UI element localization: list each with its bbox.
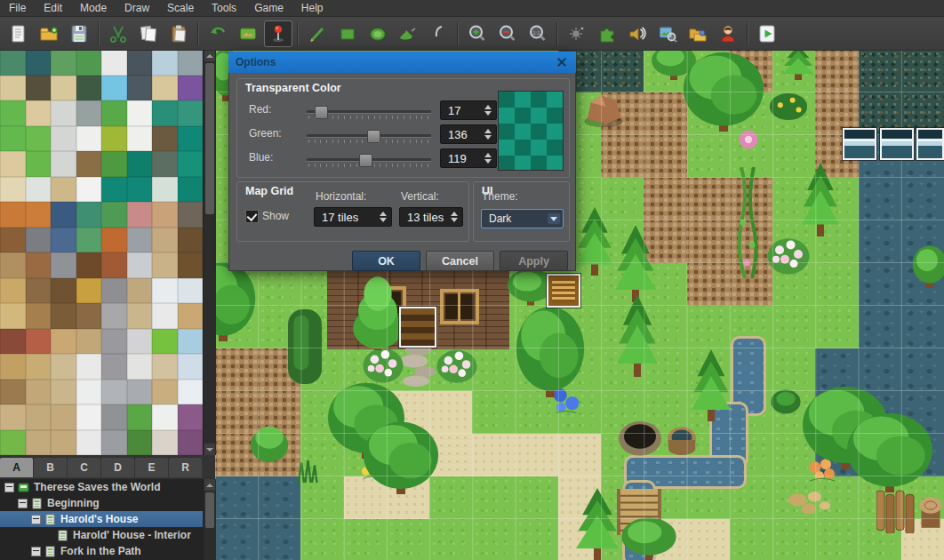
menu-file[interactable]: File	[0, 0, 35, 16]
palette-tile[interactable]	[51, 202, 76, 228]
blue-value-spinner[interactable]: 119	[440, 148, 497, 168]
palette-tile[interactable]	[26, 228, 52, 253]
palette-tile[interactable]	[26, 177, 52, 203]
palette-tile[interactable]	[0, 329, 26, 355]
palette-tab-e[interactable]: E	[135, 458, 168, 477]
apply-button[interactable]: Apply	[500, 251, 568, 271]
tree-item-beginning[interactable]: Beginning	[0, 495, 203, 511]
copy-button[interactable]	[134, 20, 163, 47]
palette-tile[interactable]	[0, 177, 26, 203]
palette-tab-d[interactable]: D	[101, 458, 134, 477]
palette-tile[interactable]	[51, 50, 76, 76]
menu-draw[interactable]: Draw	[116, 0, 158, 16]
zoom-out-button[interactable]	[493, 20, 522, 47]
palette-tile[interactable]	[152, 228, 178, 253]
menu-edit[interactable]: Edit	[35, 0, 71, 16]
palette-tile[interactable]	[178, 354, 204, 380]
zoom-in-button[interactable]	[463, 20, 492, 47]
palette-tile[interactable]	[127, 404, 153, 430]
palette-tile[interactable]	[76, 278, 102, 304]
palette-tile[interactable]	[178, 202, 204, 228]
character-generator-button[interactable]	[714, 20, 742, 47]
paste-button[interactable]	[164, 20, 193, 47]
palette-tile[interactable]	[26, 126, 52, 152]
menu-tools[interactable]: Tools	[203, 0, 245, 16]
menu-help[interactable]: Help	[292, 0, 332, 16]
flood-fill-tool-button[interactable]	[394, 20, 422, 47]
dropdown-arrow-icon[interactable]	[548, 213, 560, 224]
palette-tile[interactable]	[101, 126, 127, 152]
palette-tile[interactable]	[178, 278, 204, 304]
palette-tile[interactable]	[0, 126, 26, 152]
palette-tile[interactable]	[127, 354, 153, 380]
palette-tile[interactable]	[76, 354, 102, 380]
palette-tile[interactable]	[127, 202, 153, 228]
palette-tile[interactable]	[178, 126, 204, 152]
palette-tile[interactable]	[51, 354, 76, 380]
palette-tile[interactable]	[0, 303, 26, 329]
palette-tile[interactable]	[127, 252, 153, 278]
palette-tile[interactable]	[51, 380, 76, 405]
close-icon[interactable]	[555, 55, 569, 69]
menu-game[interactable]: Game	[245, 0, 292, 16]
playtest-button[interactable]	[753, 20, 781, 47]
palette-tile[interactable]	[127, 228, 153, 253]
palette-tile[interactable]	[127, 329, 153, 355]
palette-tile[interactable]	[101, 151, 127, 177]
spinner-arrows-icon[interactable]	[449, 208, 460, 226]
event-waterfall[interactable]	[916, 128, 944, 160]
plugin-manager-button[interactable]	[593, 20, 621, 47]
palette-tile[interactable]	[178, 50, 204, 76]
event-waterfall[interactable]	[843, 128, 876, 160]
palette-tile[interactable]	[26, 202, 52, 228]
palette-tile[interactable]	[0, 380, 26, 405]
palette-tile[interactable]	[51, 329, 76, 355]
palette-tile[interactable]	[51, 126, 76, 152]
palette-tile[interactable]	[152, 354, 178, 380]
palette-tile[interactable]	[0, 100, 26, 126]
palette-tile[interactable]	[51, 252, 76, 278]
palette-scrollbar[interactable]	[203, 50, 216, 455]
blue-slider[interactable]	[307, 156, 431, 168]
tree-item-harold-s-house[interactable]: Harold's House	[0, 511, 203, 527]
tree-collapse-icon[interactable]	[18, 499, 28, 508]
theme-dropdown[interactable]: Dark	[481, 209, 564, 228]
palette-tile[interactable]	[101, 329, 127, 355]
event-crate[interactable]	[547, 274, 580, 308]
palette-tile[interactable]	[178, 151, 204, 177]
palette-tile[interactable]	[101, 430, 127, 456]
palette-tile[interactable]	[152, 329, 178, 355]
actual-scale-button[interactable]: 1:1	[524, 20, 552, 47]
vertical-tiles-spinner[interactable]: 13 tiles	[399, 207, 463, 227]
palette-tile[interactable]	[26, 50, 52, 76]
scroll-down-icon[interactable]	[204, 444, 215, 455]
palette-tile[interactable]	[26, 100, 52, 126]
palette-tile[interactable]	[26, 278, 52, 304]
palette-tile[interactable]	[178, 430, 204, 456]
palette-tile[interactable]	[76, 76, 102, 101]
palette-tile[interactable]	[178, 177, 204, 203]
resource-manager-button[interactable]	[684, 20, 712, 47]
palette-tile[interactable]	[76, 151, 102, 177]
palette-tile[interactable]	[76, 430, 102, 456]
palette-tile[interactable]	[152, 404, 178, 430]
tree-item-therese-saves-the-world[interactable]: Therese Saves the World	[0, 479, 203, 495]
palette-tile[interactable]	[101, 177, 127, 203]
palette-tile[interactable]	[76, 252, 102, 278]
spinner-arrows-icon[interactable]	[483, 149, 493, 167]
open-project-button[interactable]	[35, 20, 63, 47]
event-waterfall[interactable]	[880, 128, 914, 160]
palette-tile[interactable]	[51, 303, 76, 329]
blue-slider-handle[interactable]	[359, 154, 372, 167]
scroll-up-icon[interactable]	[204, 50, 215, 61]
palette-tile[interactable]	[127, 430, 153, 456]
tree-scroll-thumb[interactable]	[205, 492, 214, 528]
palette-tile[interactable]	[178, 303, 204, 329]
palette-tile[interactable]	[101, 100, 127, 126]
palette-tile[interactable]	[51, 430, 76, 456]
pencil-tool-button[interactable]	[303, 20, 332, 47]
palette-tile[interactable]	[0, 278, 26, 304]
palette-tile[interactable]	[127, 126, 153, 152]
palette-tile[interactable]	[51, 278, 76, 304]
cut-button[interactable]	[104, 20, 132, 47]
